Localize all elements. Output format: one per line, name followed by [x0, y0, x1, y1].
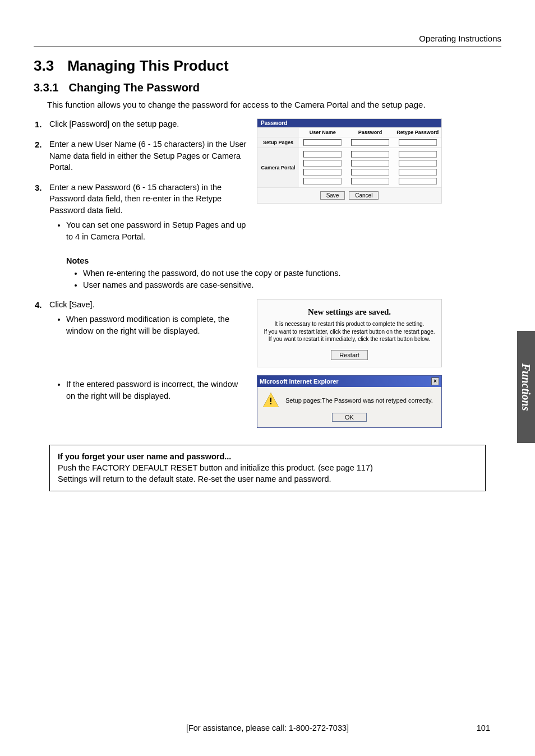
- steps-column: 1. Click [Password] on the setup page. 2…: [34, 118, 247, 252]
- settings-saved-line1: It is necessary to restart this product …: [263, 320, 436, 328]
- row-setup-pages-label: Setup Pages: [257, 137, 299, 147]
- col-retype: Retype Password: [394, 128, 441, 137]
- step-4-bullet-success: When password modification is complete, …: [66, 314, 247, 337]
- step-3-text: Enter a new Password (6 - 15 characters)…: [49, 183, 222, 215]
- subsection-title: Changing The Password: [68, 81, 199, 94]
- step-3: 3. Enter a new Password (6 - 15 characte…: [49, 182, 247, 243]
- subsection-number: 3.3.1: [34, 81, 58, 94]
- side-tab-functions: Functions: [517, 331, 535, 443]
- step-4-text: Click [Save].: [49, 300, 95, 309]
- warning-icon: !: [263, 393, 279, 408]
- ie-dialog-title: Microsoft Internet Explorer: [260, 378, 339, 385]
- save-button[interactable]: Save: [320, 191, 345, 200]
- col-password: Password: [347, 128, 394, 137]
- portal-retype-input-3[interactable]: [399, 169, 437, 176]
- step-4-number: 4.: [35, 299, 42, 311]
- step-3-bullet: You can set one password in Setup Pages …: [66, 219, 247, 243]
- ie-error-dialog: Microsoft Internet Explorer × ! Setup pa…: [257, 375, 442, 428]
- password-figure-column: Password User Name Password Retype Passw…: [257, 118, 501, 252]
- portal-password-input-4[interactable]: [351, 178, 389, 185]
- step-1-text: Click [Password] on the setup page.: [49, 119, 179, 128]
- password-panel-title: Password: [257, 119, 441, 127]
- dialogs-column: New settings are saved. It is necessary …: [257, 299, 501, 428]
- password-settings-panel: Password User Name Password Retype Passw…: [257, 118, 442, 204]
- row-step4-and-dialogs: 4. Click [Save]. When password modificat…: [34, 299, 501, 428]
- section-heading: 3.3Managing This Product: [34, 57, 501, 75]
- portal-retype-input-4[interactable]: [399, 178, 437, 185]
- section-number: 3.3: [34, 57, 54, 74]
- portal-password-input-2[interactable]: [351, 160, 389, 167]
- settings-saved-title: New settings are saved.: [263, 307, 436, 317]
- cancel-button[interactable]: Cancel: [349, 191, 379, 200]
- section-title: Managing This Product: [67, 57, 228, 74]
- page-number: 101: [477, 723, 490, 732]
- note-2: User names and passwords are case-sensit…: [83, 279, 501, 291]
- settings-saved-line3: If you want to restart it immediately, c…: [263, 335, 436, 343]
- ie-dialog-message: Setup pages:The Password was not retyped…: [285, 397, 433, 404]
- forgot-credentials-line2: Settings will return to the default stat…: [58, 474, 331, 483]
- row-camera-portal-label: Camera Portal: [257, 148, 299, 187]
- portal-password-input-1[interactable]: [351, 151, 389, 158]
- notes-heading: Notes: [66, 256, 501, 265]
- password-panel-corner: [257, 128, 299, 137]
- step-1-number: 1.: [35, 118, 42, 130]
- setup-password-input[interactable]: [351, 139, 389, 146]
- step-4: 4. Click [Save]. When password modificat…: [49, 299, 247, 402]
- portal-username-input-3[interactable]: [303, 169, 342, 176]
- header-rule: [34, 47, 501, 47]
- notes-section: Notes When re-entering the password, do …: [34, 256, 501, 291]
- setup-username-input[interactable]: [303, 139, 342, 146]
- portal-username-input-1[interactable]: [303, 151, 342, 158]
- portal-username-input-4[interactable]: [303, 178, 342, 185]
- step-2: 2. Enter a new User Name (6 - 15 charact…: [49, 139, 247, 173]
- subsection-heading: 3.3.1Changing The Password: [34, 81, 501, 94]
- step4-column: 4. Click [Save]. When password modificat…: [34, 299, 247, 428]
- step-2-number: 2.: [35, 139, 42, 150]
- portal-retype-input-2[interactable]: [399, 160, 437, 167]
- step-2-text: Enter a new User Name (6 - 15 characters…: [49, 140, 246, 172]
- portal-retype-input-1[interactable]: [399, 151, 437, 158]
- step-3-number: 3.: [35, 182, 42, 193]
- restart-button[interactable]: Restart: [331, 350, 367, 360]
- portal-password-input-3[interactable]: [351, 169, 389, 176]
- settings-saved-line2: If you want to restart later, click the …: [263, 328, 436, 336]
- settings-saved-panel: New settings are saved. It is necessary …: [257, 299, 442, 367]
- forgot-credentials-title: If you forget your user name and passwor…: [58, 452, 231, 461]
- col-username: User Name: [299, 128, 347, 137]
- step-4-bullet-error: If the entered password is incorrect, th…: [66, 379, 247, 402]
- ok-button[interactable]: OK: [332, 413, 367, 422]
- close-icon[interactable]: ×: [431, 377, 439, 385]
- note-1: When re-entering the password, do not us…: [83, 268, 501, 279]
- row-steps-and-password-figure: 1. Click [Password] on the setup page. 2…: [34, 118, 501, 252]
- step-1: 1. Click [Password] on the setup page.: [49, 118, 247, 130]
- setup-retype-input[interactable]: [399, 139, 437, 146]
- portal-username-input-2[interactable]: [303, 160, 342, 167]
- footer-assistance: [For assistance, please call: 1-800-272-…: [0, 723, 535, 732]
- forgot-credentials-line1: Push the FACTORY DEFAULT RESET button an…: [58, 463, 373, 472]
- header-doc-title: Operating Instructions: [34, 34, 501, 43]
- forgot-credentials-box: If you forget your user name and passwor…: [49, 445, 486, 491]
- intro-text: This function allows you to change the p…: [47, 100, 501, 109]
